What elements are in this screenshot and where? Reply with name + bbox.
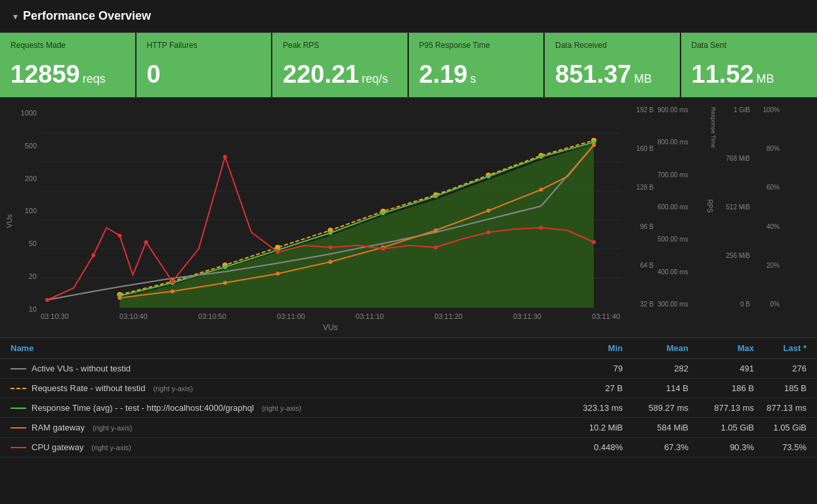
row-name-text-1: Requests Rate - without testid [31,383,145,393]
y-right-pct-tick: 20% [753,262,780,269]
chevron-icon: ▾ [13,11,18,22]
y-right-ms-tick: 700.00 ms [658,172,706,178]
col-last: Last * [754,343,807,353]
metric-number-4: 851.37 [555,62,631,87]
metric-card-1: HTTP Failures 0 [136,33,273,97]
y-left-tick: 50 [7,240,37,247]
y-axis-left: VUs 1000500200100502010 [7,104,41,337]
y-left-tick: 500 [7,142,37,150]
svg-point-50 [592,240,596,244]
svg-point-39 [91,253,95,257]
row-min-2: 323.13 ms [557,403,623,413]
row-mean-4: 67.3% [623,442,688,452]
row-last-1: 185 B [754,383,807,393]
y-axis-mib: Response Time 1 GiB768 MiB512 MiB256 MiB… [709,104,751,308]
row-max-4: 90.3% [688,442,754,452]
svg-point-20 [223,265,227,269]
row-min-4: 0.448% [557,442,623,452]
row-name-text-2: Response Time (avg) - - test - http://lo… [31,403,254,413]
chart-section: VUs 1000500200100502010 [0,98,817,337]
x-axis-title: VUs [41,322,620,337]
svg-point-22 [328,231,332,235]
metric-card-4: Data Received 851.37 MB [545,33,681,97]
metric-card-5: Data Sent 11.52 MB [681,33,818,97]
row-min-3: 10.2 MiB [557,423,623,432]
svg-point-23 [381,211,385,215]
metric-number-3: 2.19 [419,62,468,87]
row-axis-note-1: (right y-axis) [153,385,193,392]
y-right-b-tick: 160 B [623,146,654,152]
table-header: Name Min Mean Max Last * [0,338,817,359]
metric-number-2: 220.21 [283,62,359,87]
header: ▾ Performance Overview [0,0,817,32]
y-left-tick: 1000 [7,110,37,117]
y-right-pct-tick: 60% [753,184,780,191]
row-axis-note-2: (right y-axis) [262,404,302,412]
row-last-3: 1.05 GiB [754,423,807,432]
y-right-b-tick: 64 B [623,262,654,269]
row-indicator [10,427,26,429]
x-tick: 03:10:30 [41,312,69,320]
y-axis-bytes: 192 B160 B128 B96 B64 B32 B [620,104,656,308]
metric-label-1: HTTP Failures [147,41,261,50]
y-right-ms-tick: 300.00 ms [658,301,706,308]
row-name-text-4: CPU gateway [31,442,83,452]
svg-point-48 [486,230,490,234]
y-right-ms-tick: 600.00 ms [658,204,706,211]
metric-unit-5: MB [757,73,774,85]
svg-point-49 [539,226,543,230]
x-tick: 03:11:30 [513,312,541,320]
y-right-pct-tick: 0% [753,301,780,308]
svg-point-41 [144,240,148,244]
y-axis-pct: 100%80%60%40%20%0% [751,104,781,308]
y-right-ms-tick: 800.00 ms [658,139,706,146]
x-tick: 03:11:10 [356,312,384,320]
svg-point-36 [539,188,543,192]
svg-point-37 [592,143,596,147]
row-last-4: 73.5% [754,442,807,452]
svg-point-26 [539,155,543,159]
y-right-pct-tick: 100% [753,107,780,114]
svg-point-35 [486,209,490,213]
row-name-1: Requests Rate - without testid (right y-… [10,383,557,393]
row-indicator [10,388,26,389]
row-last-0: 276 [754,364,807,373]
y-left-label: VUs [5,214,13,228]
metric-card-3: P95 Response Time 2.19 s [409,33,545,97]
svg-point-25 [486,175,490,178]
metric-unit-0: reqs [83,73,106,85]
x-tick: 03:10:50 [198,312,226,320]
metric-card-2: Peak RPS 220.21 req/s [272,33,409,97]
svg-point-44 [276,250,280,254]
row-mean-2: 589.27 ms [623,403,688,413]
metric-value-5: 11.52 MB [692,62,807,87]
row-last-2: 877.13 ms [754,403,807,413]
y-right-mib-tick: 256 MiB [710,253,750,259]
row-max-2: 877.13 ms [688,403,754,413]
chart-svg [41,104,620,308]
svg-point-45 [328,245,332,249]
svg-point-30 [223,281,227,285]
y-right-ms-tick: 500.00 ms [658,236,706,243]
table-row: Active VUs - without testid 79 282 491 2… [0,359,817,379]
y-left-tick: 20 [7,273,37,280]
row-name-2: Response Time (avg) - - test - http://lo… [10,403,557,413]
x-tick: 03:11:40 [592,312,620,320]
y-right-mib-tick: 512 MiB [710,204,750,211]
metric-label-3: P95 Response Time [419,41,534,50]
col-name: Name [10,343,557,353]
metric-number-0: 12859 [10,62,80,87]
svg-point-47 [434,245,438,249]
metric-label-2: Peak RPS [283,41,397,50]
right-axes: 192 B160 B128 B96 B64 B32 B RPS 900.00 m… [620,104,810,337]
y-right-ms-tick: 400.00 ms [658,269,706,276]
row-max-3: 1.05 GiB [688,423,754,432]
row-mean-1: 114 B [623,383,688,393]
table-row: CPU gateway (right y-axis) 0.448% 67.3% … [0,438,817,457]
svg-point-29 [171,289,175,293]
row-name-0: Active VUs - without testid [10,364,557,373]
x-axis-labels: 03:10:3003:10:4003:10:5003:11:0003:11:10… [41,310,620,322]
x-tick: 03:10:40 [119,312,148,320]
metric-value-2: 220.21 req/s [283,62,397,87]
row-indicator [10,447,26,448]
